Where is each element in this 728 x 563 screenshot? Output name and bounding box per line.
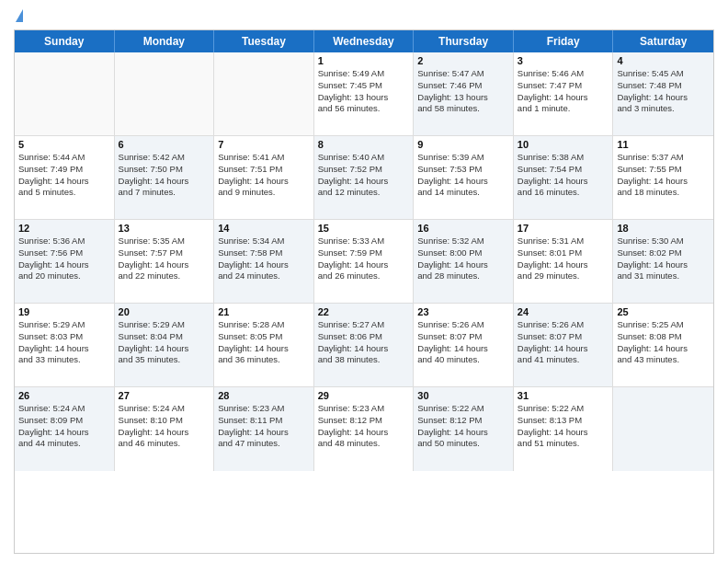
calendar-row: 1Sunrise: 5:49 AMSunset: 7:45 PMDaylight… bbox=[15, 52, 713, 136]
calendar-cell bbox=[214, 52, 314, 135]
cell-line: Sunrise: 5:24 AM bbox=[18, 403, 110, 415]
cell-line: and 33 minutes. bbox=[18, 354, 110, 366]
day-number: 3 bbox=[518, 55, 609, 66]
cell-line: and 31 minutes. bbox=[617, 270, 710, 282]
cell-line: and 46 minutes. bbox=[119, 438, 210, 450]
cell-line: and 9 minutes. bbox=[218, 187, 310, 199]
cell-line: and 16 minutes. bbox=[518, 187, 609, 199]
cell-line: Sunrise: 5:25 AM bbox=[617, 319, 710, 331]
cell-line: Sunset: 8:07 PM bbox=[518, 331, 609, 343]
day-number: 13 bbox=[119, 223, 210, 234]
cell-line: Sunrise: 5:46 AM bbox=[518, 68, 609, 80]
cell-line: Sunset: 7:58 PM bbox=[218, 247, 310, 259]
cell-line: Sunrise: 5:47 AM bbox=[417, 68, 509, 80]
cell-line: Daylight: 14 hours bbox=[218, 427, 310, 439]
cell-line: Sunrise: 5:33 AM bbox=[318, 236, 410, 247]
day-number: 20 bbox=[119, 306, 210, 317]
logo bbox=[14, 9, 23, 22]
calendar-row: 26Sunrise: 5:24 AMSunset: 8:09 PMDayligh… bbox=[15, 387, 713, 471]
cell-line: Daylight: 14 hours bbox=[518, 343, 609, 355]
cell-line: and 38 minutes. bbox=[318, 354, 410, 366]
calendar-cell: 26Sunrise: 5:24 AMSunset: 8:09 PMDayligh… bbox=[15, 387, 115, 471]
cell-line: Daylight: 14 hours bbox=[417, 176, 509, 188]
day-number: 4 bbox=[617, 55, 710, 66]
calendar-cell: 15Sunrise: 5:33 AMSunset: 7:59 PMDayligh… bbox=[314, 220, 415, 303]
calendar-cell: 28Sunrise: 5:23 AMSunset: 8:11 PMDayligh… bbox=[214, 387, 314, 471]
day-number: 15 bbox=[318, 223, 410, 234]
cell-line: Sunset: 8:12 PM bbox=[417, 415, 509, 427]
weekday-header: Wednesday bbox=[314, 30, 415, 52]
cell-line: and 40 minutes. bbox=[417, 354, 509, 366]
cell-line: Sunrise: 5:38 AM bbox=[518, 152, 609, 164]
calendar-cell: 4Sunrise: 5:45 AMSunset: 7:48 PMDaylight… bbox=[613, 52, 713, 135]
day-number: 17 bbox=[518, 223, 609, 234]
cell-line: Sunrise: 5:29 AM bbox=[18, 319, 110, 331]
calendar-header: SundayMondayTuesdayWednesdayThursdayFrid… bbox=[15, 30, 713, 52]
calendar-cell bbox=[15, 52, 115, 135]
cell-line: Sunset: 7:49 PM bbox=[18, 164, 110, 176]
day-number: 22 bbox=[318, 306, 410, 317]
cell-line: Sunrise: 5:44 AM bbox=[18, 152, 110, 164]
cell-line: Sunrise: 5:29 AM bbox=[119, 319, 210, 331]
cell-line: Sunset: 7:52 PM bbox=[318, 164, 410, 176]
page: SundayMondayTuesdayWednesdayThursdayFrid… bbox=[0, 0, 728, 563]
cell-line: Sunrise: 5:34 AM bbox=[218, 236, 310, 247]
cell-line: and 28 minutes. bbox=[417, 270, 509, 282]
cell-line: and 20 minutes. bbox=[18, 270, 110, 282]
calendar: SundayMondayTuesdayWednesdayThursdayFrid… bbox=[14, 29, 714, 554]
cell-line: Sunset: 8:11 PM bbox=[218, 415, 310, 427]
cell-line: Sunset: 8:07 PM bbox=[417, 331, 509, 343]
calendar-cell: 12Sunrise: 5:36 AMSunset: 7:56 PMDayligh… bbox=[15, 220, 115, 303]
calendar-cell: 24Sunrise: 5:26 AMSunset: 8:07 PMDayligh… bbox=[514, 304, 614, 386]
calendar-cell: 22Sunrise: 5:27 AMSunset: 8:06 PMDayligh… bbox=[314, 304, 415, 386]
cell-line: Sunset: 8:01 PM bbox=[518, 247, 609, 259]
cell-line: and 35 minutes. bbox=[119, 354, 210, 366]
cell-line: and 47 minutes. bbox=[218, 438, 310, 450]
day-number: 28 bbox=[218, 390, 310, 401]
cell-line: Sunrise: 5:49 AM bbox=[318, 68, 410, 80]
cell-line: Sunrise: 5:40 AM bbox=[318, 152, 410, 164]
header bbox=[14, 9, 714, 22]
cell-line: Daylight: 13 hours bbox=[417, 92, 509, 104]
cell-line: Daylight: 14 hours bbox=[18, 427, 110, 439]
cell-line: Sunset: 7:46 PM bbox=[417, 80, 509, 92]
cell-line: and 5 minutes. bbox=[18, 187, 110, 199]
cell-line: Sunset: 7:50 PM bbox=[119, 164, 210, 176]
calendar-cell: 21Sunrise: 5:28 AMSunset: 8:05 PMDayligh… bbox=[214, 304, 314, 386]
calendar-cell: 29Sunrise: 5:23 AMSunset: 8:12 PMDayligh… bbox=[314, 387, 415, 471]
cell-line: Sunrise: 5:36 AM bbox=[18, 236, 110, 247]
cell-line: Sunset: 8:08 PM bbox=[617, 331, 710, 343]
calendar-cell: 10Sunrise: 5:38 AMSunset: 7:54 PMDayligh… bbox=[514, 136, 614, 219]
cell-line: Sunset: 7:45 PM bbox=[318, 80, 410, 92]
cell-line: Sunrise: 5:26 AM bbox=[518, 319, 609, 331]
day-number: 9 bbox=[417, 139, 509, 150]
calendar-cell bbox=[613, 387, 713, 471]
calendar-cell: 17Sunrise: 5:31 AMSunset: 8:01 PMDayligh… bbox=[514, 220, 614, 303]
cell-line: and 7 minutes. bbox=[119, 187, 210, 199]
calendar-cell: 5Sunrise: 5:44 AMSunset: 7:49 PMDaylight… bbox=[15, 136, 115, 219]
cell-line: Sunrise: 5:31 AM bbox=[518, 236, 609, 247]
weekday-header: Saturday bbox=[613, 30, 713, 52]
calendar-row: 19Sunrise: 5:29 AMSunset: 8:03 PMDayligh… bbox=[15, 304, 713, 387]
day-number: 7 bbox=[218, 139, 310, 150]
cell-line: Sunset: 7:59 PM bbox=[318, 247, 410, 259]
cell-line: and 26 minutes. bbox=[318, 270, 410, 282]
cell-line: Sunset: 8:10 PM bbox=[119, 415, 210, 427]
calendar-cell: 18Sunrise: 5:30 AMSunset: 8:02 PMDayligh… bbox=[613, 220, 713, 303]
cell-line: Sunrise: 5:42 AM bbox=[119, 152, 210, 164]
calendar-cell: 14Sunrise: 5:34 AMSunset: 7:58 PMDayligh… bbox=[214, 220, 314, 303]
cell-line: and 14 minutes. bbox=[417, 187, 509, 199]
cell-line: Sunrise: 5:26 AM bbox=[417, 319, 509, 331]
cell-line: Daylight: 14 hours bbox=[318, 427, 410, 439]
cell-line: Daylight: 14 hours bbox=[218, 259, 310, 271]
weekday-header: Monday bbox=[115, 30, 215, 52]
weekday-header: Tuesday bbox=[214, 30, 314, 52]
day-number: 23 bbox=[417, 306, 509, 317]
cell-line: and 1 minute. bbox=[518, 103, 609, 115]
logo-icon bbox=[16, 9, 23, 22]
cell-line: Sunset: 7:51 PM bbox=[218, 164, 310, 176]
cell-line: Sunset: 7:57 PM bbox=[119, 247, 210, 259]
calendar-cell: 23Sunrise: 5:26 AMSunset: 8:07 PMDayligh… bbox=[414, 304, 514, 386]
cell-line: Daylight: 14 hours bbox=[518, 259, 609, 271]
calendar-cell: 11Sunrise: 5:37 AMSunset: 7:55 PMDayligh… bbox=[613, 136, 713, 219]
